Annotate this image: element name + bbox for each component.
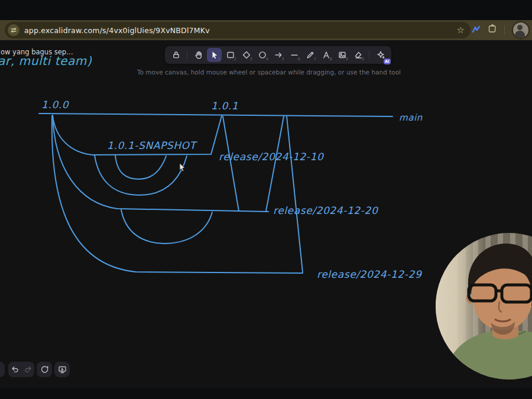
redo-button[interactable] [24, 364, 33, 375]
bottom-letterbox [0, 388, 532, 399]
zoom-panel-partial[interactable] [0, 362, 5, 377]
label-snapshot[interactable]: 1.0.1-SNAPSHOT [107, 140, 196, 151]
sub-branch-bowl-c [121, 210, 212, 244]
release-12-20-merge [266, 116, 284, 211]
label-release-12-10[interactable]: release/2024-12-10 [219, 151, 323, 163]
bookmark-star-icon[interactable]: ☆ [457, 26, 465, 35]
canvas-note-line2[interactable]: ar, multi team) [0, 54, 92, 68]
toolbar-divider [504, 25, 505, 35]
address-bar[interactable]: app.excalidraw.com/s/4vx0iglUies/9XvNBDl… [5, 22, 471, 38]
tag-1-0-1[interactable]: 1.0.1 [211, 100, 238, 112]
extension-logo-icon[interactable] [472, 25, 481, 36]
browser-tab-strip [0, 0, 532, 20]
release-12-20-branch-start [223, 116, 239, 211]
browser-toolbar: app.excalidraw.com/s/4vx0iglUies/9XvNBDl… [0, 20, 532, 40]
profile-avatar[interactable] [512, 21, 530, 39]
sub-branch-bowl-b [95, 155, 187, 195]
label-release-12-29[interactable]: release/2024-12-29 [317, 268, 421, 280]
undo-redo-group [8, 362, 34, 377]
tag-1-0-0[interactable]: 1.0.0 [41, 99, 69, 111]
site-info-icon[interactable] [8, 24, 20, 36]
comment-button[interactable] [37, 362, 52, 377]
release-12-29-merge [287, 116, 303, 273]
mouse-cursor [179, 163, 188, 173]
excalidraw-canvas[interactable]: 1 2 3 4 5 6 7 [0, 40, 532, 388]
extensions-icon[interactable] [488, 24, 497, 36]
label-main-branch[interactable]: main [399, 112, 423, 123]
browser-window: app.excalidraw.com/s/4vx0iglUies/9XvNBDl… [0, 0, 532, 399]
url-text: app.excalidraw.com/s/4vx0iglUies/9XvNBDl… [24, 26, 210, 35]
sub-branch-bowl-a [115, 155, 166, 179]
present-screen-button[interactable] [54, 362, 70, 377]
undo-button[interactable] [11, 364, 20, 375]
main-branch-line [39, 113, 392, 116]
label-release-12-20[interactable]: release/2024-12-20 [273, 205, 378, 216]
